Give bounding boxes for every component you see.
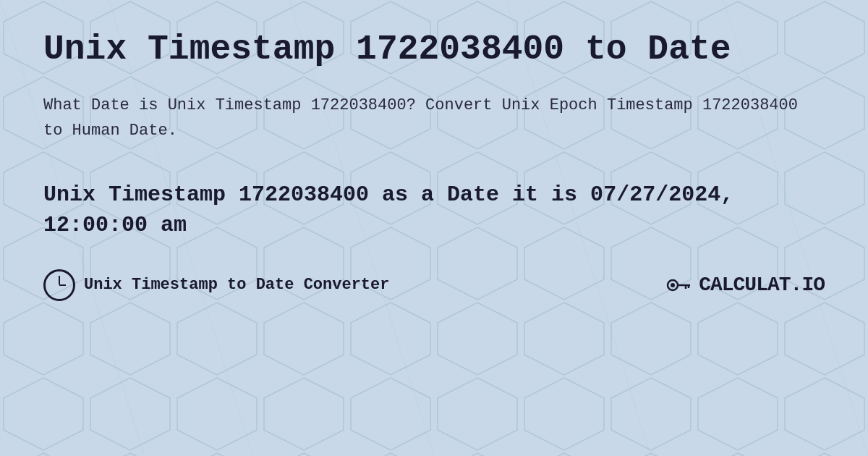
description-text: What Date is Unix Timestamp 1722038400? …	[43, 93, 825, 143]
result-section: Unix Timestamp 1722038400 as a Date it i…	[43, 180, 825, 240]
logo-section: CALCULAT.IO	[664, 271, 825, 300]
page-title: Unix Timestamp 1722038400 to Date	[43, 29, 825, 71]
footer-left: Unix Timestamp to Date Converter	[43, 269, 389, 301]
result-value: Unix Timestamp 1722038400 as a Date it i…	[43, 180, 825, 240]
svg-point-9	[671, 283, 675, 287]
logo-text: CALCULAT.IO	[699, 274, 825, 296]
footer: Unix Timestamp to Date Converter CALCULA…	[43, 269, 825, 301]
logo-icon	[664, 271, 693, 300]
clock-icon	[43, 269, 75, 301]
footer-label: Unix Timestamp to Date Converter	[84, 276, 389, 294]
